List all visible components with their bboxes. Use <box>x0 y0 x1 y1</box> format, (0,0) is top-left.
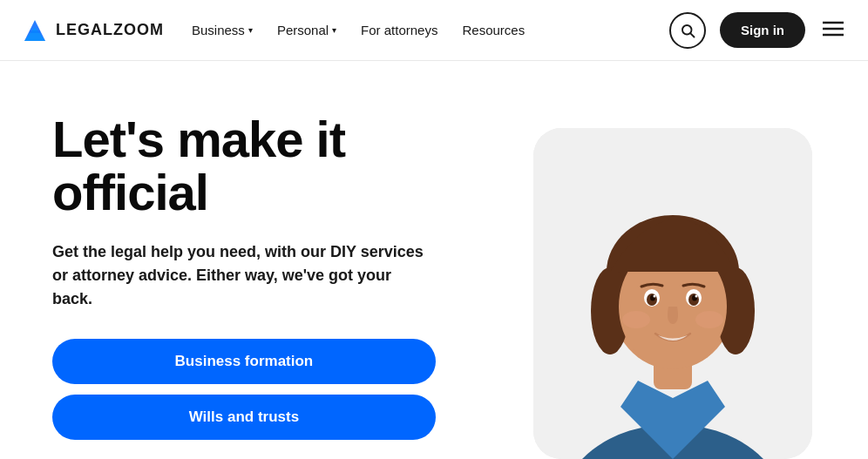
svg-point-24 <box>622 311 650 328</box>
person-image <box>533 128 812 459</box>
chevron-down-icon: ▾ <box>332 25 336 35</box>
search-icon <box>680 23 695 38</box>
navbar-right: Sign in <box>669 12 847 49</box>
business-formation-button[interactable]: Business formation <box>52 339 436 384</box>
nav-personal-label: Personal <box>277 23 329 37</box>
wills-trusts-button[interactable]: Wills and trusts <box>52 395 436 440</box>
hamburger-icon <box>823 21 844 37</box>
navbar: LEGALZOOM Business ▾ Personal ▾ For atto… <box>0 0 868 61</box>
navbar-left: LEGALZOOM Business ▾ Personal ▾ For atto… <box>21 17 525 44</box>
hero-buttons: Business formation Wills and trusts <box>52 339 436 440</box>
hero-content: Let's make it official Get the legal hel… <box>0 61 478 459</box>
logo-link[interactable]: LEGALZOOM <box>21 17 164 44</box>
signin-button[interactable]: Sign in <box>720 12 805 48</box>
menu-button[interactable] <box>819 16 847 45</box>
svg-point-22 <box>653 295 655 298</box>
svg-point-25 <box>695 311 723 328</box>
hero-person-card <box>533 128 812 459</box>
hero-image-area <box>478 61 868 459</box>
svg-point-23 <box>695 295 697 298</box>
hero-section: Let's make it official Get the legal hel… <box>0 61 868 459</box>
nav-links: Business ▾ Personal ▾ For attorneys Reso… <box>192 23 525 37</box>
search-button[interactable] <box>669 12 706 49</box>
nav-attorneys-label: For attorneys <box>361 23 437 37</box>
nav-attorneys[interactable]: For attorneys <box>361 23 437 37</box>
svg-marker-1 <box>24 27 45 41</box>
nav-business[interactable]: Business ▾ <box>192 23 253 37</box>
legalzoom-logo-icon <box>21 17 49 44</box>
nav-resources[interactable]: Resources <box>462 23 525 37</box>
nav-personal[interactable]: Personal ▾ <box>277 23 336 37</box>
logo-text: LEGALZOOM <box>56 21 164 39</box>
nav-business-label: Business <box>192 23 245 37</box>
hero-title: Let's make it official <box>52 113 436 219</box>
person-illustration <box>533 128 812 459</box>
svg-rect-2 <box>30 30 40 33</box>
svg-line-4 <box>690 33 694 37</box>
chevron-down-icon: ▾ <box>248 25 253 35</box>
nav-resources-label: Resources <box>462 23 525 37</box>
hero-subtitle: Get the legal help you need, with our DI… <box>52 240 436 311</box>
